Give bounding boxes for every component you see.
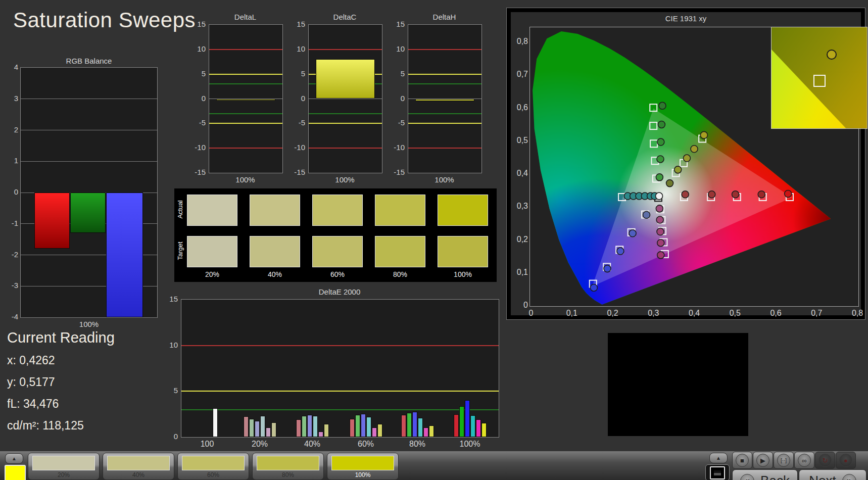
pattern-swatch-button-80%[interactable]: 80% [252,453,324,480]
delta-bar-DeltaH [415,99,474,102]
deltae-ytick: 5 [161,386,178,395]
delta-refline [309,49,382,50]
rgb-ytick: -4 [1,312,18,321]
target-swatch-20% [187,236,237,267]
bottom-control-bar: ▲ 20%40%60%80%100% ▲ ■▶[··]∞↻● « Back Ne… [0,451,868,480]
continuous-button[interactable]: ∞ [794,452,814,469]
cie-measured-point [657,138,664,146]
pattern-window-button[interactable] [705,464,730,480]
deltae-bar [476,419,481,437]
swatch-col-label: 20% [187,270,237,278]
delta-refline [209,113,282,114]
swatch-matrix: ActualTarget20%40%60%80%100% [174,188,497,282]
page-title: Saturation Sweeps [13,8,196,32]
delta-refline [408,74,481,75]
cie-xtick: 0,2 [604,309,621,318]
delta-ytick: 15 [188,20,206,28]
cie-measured-point [657,228,664,235]
deltae-bar [407,413,412,437]
reading-fl: fL: 34,476 [7,397,59,411]
pattern-swatch-label: 60% [178,471,249,478]
cie-ytick: 0,6 [512,103,528,112]
delta-ytick: -5 [388,118,405,127]
cie-measured-point [659,102,666,109]
delta-refline [309,148,382,149]
swatch-row-label-actual: Actual [176,197,184,222]
delta-refline [209,83,282,84]
interval-button[interactable]: [··] [774,452,794,469]
deltae-title: DeltaE 2000 [181,287,498,296]
actual-swatch-20% [187,195,237,226]
delta-ytick: 5 [188,69,206,78]
continuous-icon: ∞ [798,454,811,467]
delta-refline [408,148,481,149]
deltae-bar [465,400,470,437]
delta-refline [209,123,282,124]
record-icon: ● [839,454,852,467]
delta-ytick: 15 [288,20,305,28]
deltae-ytick: 10 [161,341,178,349]
pattern-preview-window [608,333,748,436]
pattern-swatch-button-60%[interactable]: 60% [177,453,249,480]
deltae-bar [318,431,323,437]
current-patch-swatch [5,465,26,480]
pattern-swatch-button-100%[interactable]: 100% [327,453,399,480]
back-button[interactable]: « Back [732,469,798,480]
delta-refline [209,148,282,149]
rgb-ytick: 0 [1,187,18,196]
cie-measured-point [656,216,663,223]
pattern-swatch-button-20%[interactable]: 20% [28,453,100,480]
pattern-swatch-label: 100% [327,471,398,478]
cie-ytick: 0,3 [512,202,528,211]
deltae-bar [255,421,260,437]
next-chevron-icon: » [842,474,856,480]
delta-ytick: 5 [388,69,405,78]
cie-xtick: 0,5 [727,309,744,318]
next-button-label: Next [809,473,836,480]
swatch-col-label: 40% [250,270,300,278]
interval-icon: [··] [777,454,790,467]
reading-x: x: 0,4262 [7,354,55,367]
play-button[interactable]: ▶ [753,452,773,469]
cie-xtick: 0,7 [808,309,825,318]
rgb-ytick: -2 [1,250,18,259]
collapse-patch-panel-button[interactable]: ▲ [5,453,23,464]
delta-bar-DeltaL [216,99,275,101]
delta-ytick: 0 [288,94,305,103]
rgb-ytick: -1 [1,219,18,227]
deltae-bar [271,422,276,437]
next-button[interactable]: Next » [799,469,866,480]
deltae-bar [296,419,301,437]
pattern-swatch-label: 20% [28,471,99,478]
cie-measured-point [643,211,650,218]
delta-ytick: -15 [288,168,305,176]
swatch-row-label-target: Target [176,238,184,264]
cie-measured-point [590,284,597,291]
deltae-bar [372,427,377,437]
delta-ytick: 10 [188,44,206,53]
cie-inset-measured-point [827,50,837,60]
pattern-swatch-chip [182,456,245,470]
delta-title-DeltaL: DeltaL [199,13,292,21]
record-button[interactable]: ● [836,452,856,469]
rgb-balance-chart [20,67,158,318]
deltae-bar [307,415,312,437]
cie-xtick: 0,6 [767,309,785,318]
target-swatch-60% [312,236,363,267]
rgb-gridline [21,130,157,130]
deltae-bar [418,418,423,437]
pattern-swatch-button-40%[interactable]: 40% [103,453,174,480]
refresh-button[interactable]: ↻ [815,452,835,469]
cie-measured-point [656,193,663,200]
deltae-bar [366,417,371,437]
actual-swatch-60% [312,195,363,226]
stop-button[interactable]: ■ [732,452,752,469]
delta-refline [408,113,481,114]
rgb-bar-blue [106,193,143,317]
delta-chart-DeltaH [408,24,482,173]
cie-measured-point [617,248,624,255]
collapse-transport-panel-button[interactable]: ▲ [709,453,728,463]
deltae-bar [260,416,265,437]
delta-refline [408,83,481,84]
delta-ytick: 10 [288,44,305,53]
